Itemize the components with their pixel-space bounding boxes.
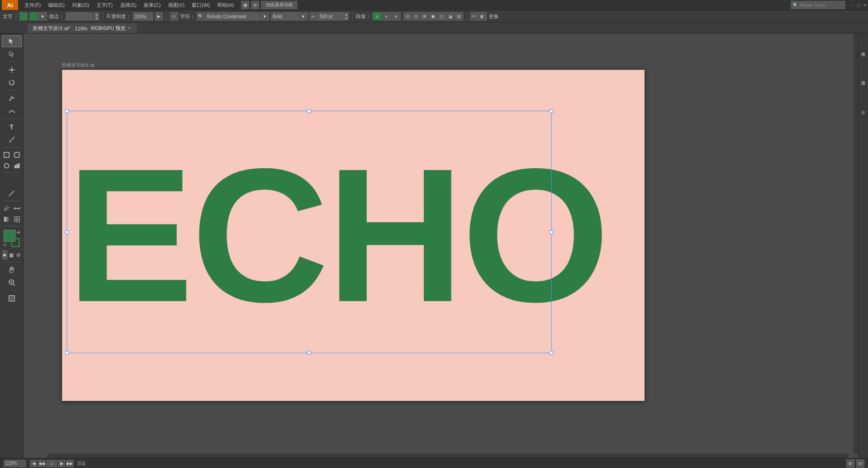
rounded-rect-tool-btn[interactable] [12, 150, 22, 160]
direct-selection-tool-btn[interactable] [2, 48, 22, 60]
mesh-tool-btn[interactable] [12, 214, 22, 224]
stroke-box[interactable] [11, 238, 20, 247]
para-icon2[interactable]: ⊡ [412, 12, 420, 20]
tool-sep-1 [4, 62, 20, 62]
solid-color-btn[interactable]: ■ [2, 250, 8, 260]
measure-tool-btn[interactable] [12, 203, 22, 213]
hand-tool-btn[interactable] [2, 264, 22, 276]
layers-panel-btn[interactable]: 图层 [859, 64, 868, 92]
align-center-btn[interactable]: ≡ [382, 12, 391, 20]
para-icon7[interactable]: ▤ [455, 12, 463, 20]
transform-icon1[interactable]: ⊢ [470, 12, 478, 20]
opacity-label: 不透明度： [106, 13, 131, 20]
reset-colors-icon[interactable]: ⊙ [3, 242, 7, 247]
font-size-icon: A↑ [310, 12, 318, 20]
swap-colors-icon[interactable]: ⇄ [17, 230, 20, 234]
stroke-dropdown[interactable]: ▼ [38, 12, 47, 20]
zoom-input[interactable]: 119% [4, 460, 26, 467]
para-icon1[interactable]: ⊟ [403, 12, 412, 20]
no-color-btn[interactable]: ⊘ [15, 250, 21, 260]
stroke-width-input[interactable] [66, 12, 93, 20]
zoom-tool-btn[interactable] [2, 277, 22, 288]
menu-file[interactable]: 文件(F) [21, 0, 44, 10]
artboard: ECHO [62, 70, 645, 401]
stroke-color-swatch[interactable] [29, 12, 38, 20]
close-button[interactable]: × [863, 3, 866, 8]
menu-select[interactable]: 选择(S) [116, 0, 141, 10]
align-buttons: ≡ ≡ ≡ [373, 12, 401, 20]
font-size-stepper[interactable]: ▲ ▼ [344, 12, 349, 20]
para-icon5[interactable]: ◫ [438, 12, 446, 20]
font-family-input[interactable] [205, 12, 260, 20]
grid-icon[interactable]: ⊞ [251, 1, 259, 9]
handle-bottom-right[interactable] [549, 351, 553, 355]
paintbrush-tool-btn[interactable] [2, 175, 22, 186]
vertical-scrollbar[interactable] [853, 34, 858, 453]
align-right-btn[interactable]: ≡ [392, 12, 401, 20]
menu-object[interactable]: 对象(O) [68, 0, 93, 10]
para-icon6[interactable]: ◪ [446, 12, 455, 20]
fill-color-swatch[interactable] [19, 12, 28, 20]
stroke-down-arrow[interactable]: ▼ [94, 16, 99, 20]
menu-help[interactable]: 帮助(H) [213, 0, 238, 10]
gradient-tool-btn[interactable] [2, 214, 11, 224]
canvas-area[interactable]: 阶梯文字设计.ai ECHO [24, 34, 858, 458]
handle-top-left[interactable] [65, 109, 69, 113]
ellipse-tool-btn[interactable] [2, 161, 11, 171]
pen-tool-btn[interactable] [2, 93, 22, 104]
font-weight-input[interactable] [271, 12, 298, 20]
minimize-button[interactable]: － [849, 2, 853, 8]
fontsize-up-arrow[interactable]: ▲ [344, 12, 349, 16]
para-icon3[interactable]: ⊠ [421, 12, 429, 20]
align-left-btn[interactable]: ≡ [373, 12, 382, 20]
stroke-up-arrow[interactable]: ▲ [94, 12, 99, 16]
menu-effect[interactable]: 效果(C) [140, 0, 164, 10]
font-family-dropdown[interactable]: ▼ [260, 12, 269, 20]
maximize-button[interactable]: □ [857, 3, 860, 8]
document-tab[interactable]: 阶梯文字设计.ai* 119% RGB/GPU 预览 × [27, 23, 137, 33]
libraries-panel-btn[interactable]: 库 [859, 93, 868, 121]
menu-bar: Ai 文件(F) 编辑(E) 对象(O) 文字(T) 选择(S) 效果(C) 视… [0, 0, 868, 10]
lasso-tool-btn[interactable] [2, 77, 22, 88]
stroke-width-stepper[interactable]: ▲ ▼ [94, 12, 99, 20]
first-page-btn[interactable]: ◀◀ [38, 460, 45, 467]
transform-icon2[interactable]: ◧ [479, 12, 487, 20]
selection-tool-btn[interactable] [2, 35, 22, 47]
tab-close-btn[interactable]: × [128, 26, 131, 31]
properties-panel-btn[interactable]: 属性 [859, 35, 868, 63]
magic-wand-tool-btn[interactable] [2, 64, 22, 76]
rectangle-tool-btn[interactable] [2, 150, 11, 160]
chart-tool-btn[interactable] [12, 161, 22, 171]
adobe-stock-search[interactable]: 🔍 Adobe Stock [791, 1, 845, 9]
status-icon2[interactable]: ⊟ [856, 459, 864, 468]
fontsize-down-arrow[interactable]: ▼ [344, 16, 349, 20]
handle-bottom-left[interactable] [65, 351, 69, 355]
menu-edit[interactable]: 编辑(E) [44, 0, 68, 10]
menu-type[interactable]: 文字(T) [93, 0, 116, 10]
handle-top-right[interactable] [549, 109, 553, 113]
curvature-tool-btn[interactable] [2, 105, 22, 117]
font-size-input[interactable] [318, 12, 343, 20]
menu-view[interactable]: 视图(V) [165, 0, 189, 10]
gradient-color-btn[interactable]: ▦ [9, 250, 15, 260]
opacity-arrow-right[interactable]: ▶ [155, 12, 163, 20]
handle-top-center[interactable] [307, 109, 311, 113]
para-icon4[interactable]: ▣ [429, 12, 437, 20]
type-tool-btn[interactable]: T [2, 121, 22, 133]
right-panel: 属性 图层 库 [858, 34, 868, 458]
opacity-value[interactable]: 100% [133, 12, 153, 20]
status-icon1[interactable]: ⊞ [846, 459, 854, 468]
eyedropper-tool-btn[interactable] [2, 203, 11, 213]
pencil-tool-btn[interactable] [2, 187, 22, 199]
screen-mode-btn[interactable] [2, 292, 22, 304]
handle-bottom-center[interactable] [307, 351, 311, 355]
horizontal-scrollbar[interactable] [47, 453, 848, 458]
line-tool-btn[interactable] [2, 134, 22, 146]
arrange-icon[interactable]: ▦ [241, 1, 249, 9]
font-weight-dropdown[interactable]: ▼ [299, 12, 308, 20]
workspace-dropdown[interactable]: 传统基本功能 [261, 1, 297, 9]
next-page-btn[interactable]: ▶ [58, 460, 65, 467]
last-page-btn[interactable]: ▶▶ [66, 460, 73, 467]
prev-page-btn[interactable]: ◀ [30, 460, 37, 467]
menu-window[interactable]: 窗口(W) [188, 0, 213, 10]
